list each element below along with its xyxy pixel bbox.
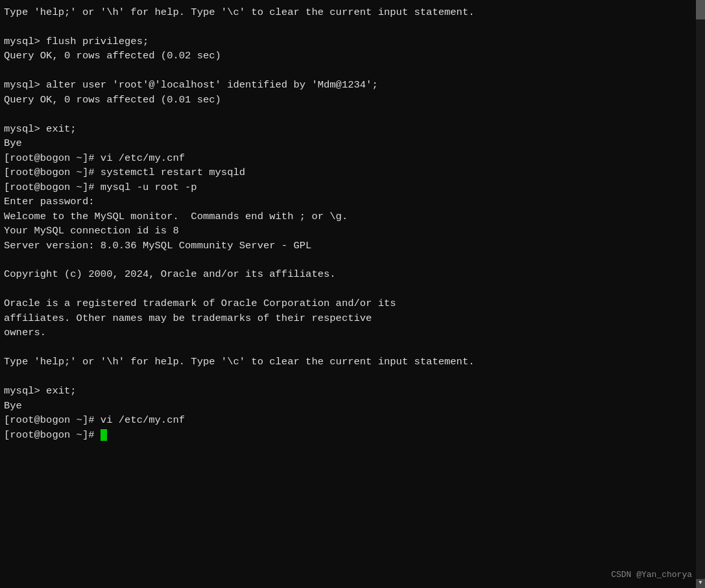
terminal-window[interactable]: Type 'help;' or '\h' for help. Type '\c'… [0, 0, 705, 588]
scrollbar-thumb[interactable] [696, 0, 705, 19]
watermark: CSDN @Yan_chorya [611, 569, 692, 582]
scrollbar-arrow-down[interactable]: ▼ [696, 579, 705, 588]
scrollbar[interactable]: ▲ ▼ [696, 0, 705, 588]
terminal-output: Type 'help;' or '\h' for help. Type '\c'… [4, 5, 701, 442]
terminal-cursor [101, 429, 107, 441]
